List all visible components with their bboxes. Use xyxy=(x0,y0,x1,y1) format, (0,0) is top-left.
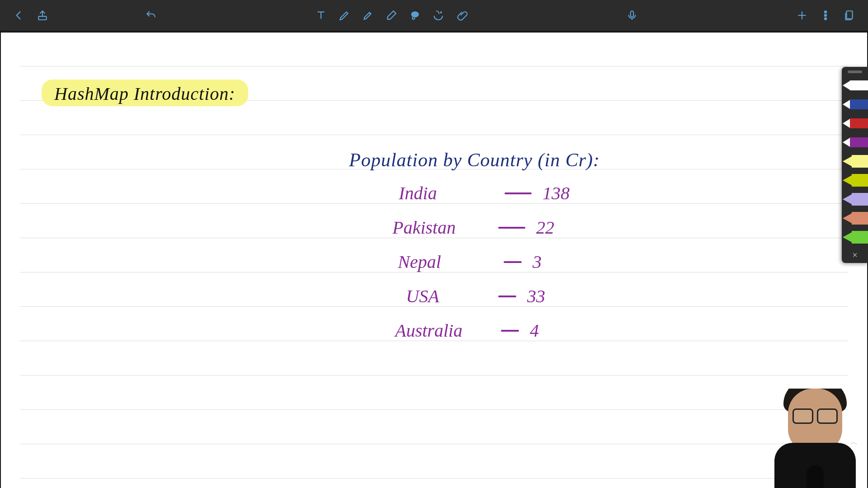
highlighter-lavender[interactable] xyxy=(842,190,868,209)
undo-button[interactable] xyxy=(141,5,161,25)
pen-white[interactable] xyxy=(842,76,868,95)
note-page[interactable]: HashMap Introduction: Population by Coun… xyxy=(1,33,867,488)
lasso-tool-button[interactable] xyxy=(405,5,425,25)
share-button[interactable] xyxy=(33,5,52,25)
highlighter-lime[interactable] xyxy=(842,171,868,190)
row-key: India xyxy=(399,183,494,204)
attachment-tool-button[interactable] xyxy=(452,5,472,25)
row-dash xyxy=(498,227,525,229)
pen-palette[interactable]: × xyxy=(842,67,868,263)
canvas-area[interactable]: HashMap Introduction: Population by Coun… xyxy=(0,31,868,488)
top-toolbar xyxy=(0,0,868,31)
svg-point-4 xyxy=(825,11,826,13)
row-india: India 138 xyxy=(399,183,570,204)
row-dash xyxy=(505,192,532,194)
row-dash xyxy=(501,330,519,332)
palette-close-button[interactable]: × xyxy=(842,247,868,263)
note-title: HashMap Introduction: xyxy=(54,84,236,104)
title-highlight: HashMap Introduction: xyxy=(42,80,248,106)
row-key: Australia xyxy=(395,320,490,341)
highlighter-tool-button[interactable] xyxy=(358,5,378,25)
add-button[interactable] xyxy=(792,5,812,25)
svg-point-6 xyxy=(825,18,826,19)
row-value: 22 xyxy=(536,217,554,238)
back-button[interactable] xyxy=(9,5,29,25)
svg-rect-7 xyxy=(847,11,853,19)
presenter-webcam xyxy=(768,389,863,488)
row-value: 138 xyxy=(542,183,570,204)
row-value: 33 xyxy=(527,286,545,307)
row-value: 4 xyxy=(530,320,539,341)
pages-button[interactable] xyxy=(839,5,859,25)
row-key: Pakistan xyxy=(392,217,487,238)
svg-rect-3 xyxy=(631,11,634,17)
pen-tool-button[interactable] xyxy=(335,5,354,25)
svg-point-5 xyxy=(825,14,826,16)
row-key: USA xyxy=(406,286,487,307)
row-dash xyxy=(498,296,516,297)
svg-point-2 xyxy=(440,12,441,13)
pen-red[interactable] xyxy=(842,114,868,133)
row-australia: Australia 4 xyxy=(395,320,539,341)
text-tool-button[interactable] xyxy=(311,5,331,25)
pen-purple[interactable] xyxy=(842,133,868,152)
mic-button[interactable] xyxy=(622,5,642,25)
row-key: Nepal xyxy=(398,251,493,272)
row-usa: USA 33 xyxy=(406,286,545,307)
row-dash xyxy=(504,261,522,263)
more-button[interactable] xyxy=(816,5,835,25)
highlighter-orange[interactable] xyxy=(842,209,868,228)
row-value: 3 xyxy=(533,251,542,272)
highlighter-yellow[interactable] xyxy=(842,152,868,171)
row-nepal: Nepal 3 xyxy=(398,251,542,272)
svg-rect-0 xyxy=(38,16,46,20)
shape-tool-button[interactable] xyxy=(429,5,448,25)
highlighter-green[interactable] xyxy=(842,228,868,247)
pen-blue[interactable] xyxy=(842,95,868,114)
svg-point-1 xyxy=(411,11,419,17)
eraser-tool-button[interactable] xyxy=(382,5,401,25)
row-pakistan: Pakistan 22 xyxy=(392,217,554,238)
population-header: Population by Country (in Cr): xyxy=(349,149,600,171)
palette-drag-handle[interactable] xyxy=(848,70,862,73)
